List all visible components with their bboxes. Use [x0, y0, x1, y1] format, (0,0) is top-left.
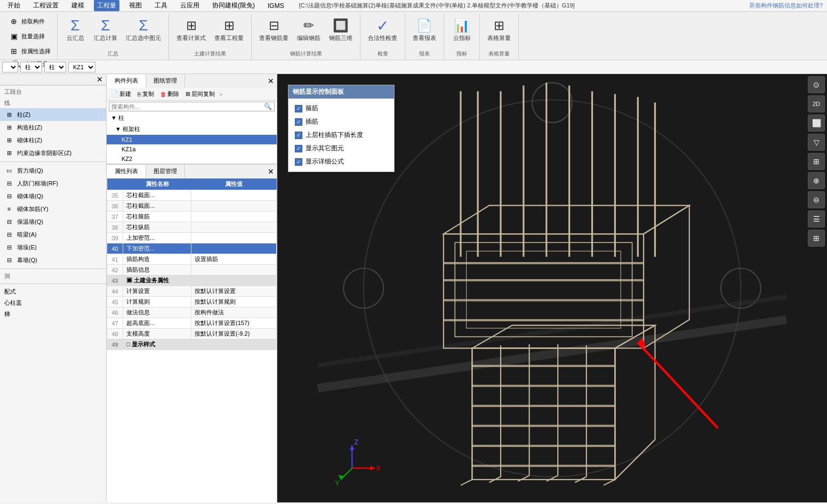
search-input[interactable] — [111, 103, 264, 110]
btn-cloud-summary[interactable]: Σ 云汇总 — [62, 15, 89, 44]
props-row-value[interactable] — [191, 212, 277, 222]
btn-summary-selected[interactable]: Σ 汇总选中图元 — [123, 15, 164, 44]
props-row-48[interactable]: 48支模高度按默认计算设置(-9.2) — [107, 329, 277, 339]
props-row-value[interactable] — [191, 201, 277, 212]
checkbox-show-formula[interactable]: ✓ — [295, 158, 302, 166]
sidebar-item-struct-column[interactable]: ⊞ 构造柱(Z) — [0, 121, 106, 134]
props-row-35[interactable]: 35芯柱截面... — [107, 190, 277, 201]
btn-view-circle[interactable]: ⊙ — [808, 76, 825, 93]
checkbox-insert[interactable]: ✓ — [295, 118, 302, 126]
checkbox-upper-insert[interactable]: ✓ — [295, 132, 302, 139]
btn-table-calc[interactable]: ⊞ 表格算量 — [484, 15, 514, 44]
props-row-43[interactable]: 43▣ 土建业务属性 — [107, 275, 277, 286]
menu-item-quantity[interactable]: 工程量 — [94, 0, 119, 11]
btn-copy-component[interactable]: ⎘ 复制 — [135, 90, 156, 99]
btn-view-down[interactable]: ▽ — [808, 134, 825, 151]
sidebar-item-masonry-wall[interactable]: ⊟ 砌体墙(Q) — [0, 190, 106, 202]
btn-new-component[interactable]: 📄 新建 — [109, 90, 133, 99]
toolbar-select-column[interactable]: 柱 — [20, 62, 42, 72]
props-row-44[interactable]: 44计算设置按默认计算设置 — [107, 286, 277, 297]
toolbar-select-1[interactable] — [2, 62, 18, 72]
props-row-36[interactable]: 36芯柱截面... — [107, 201, 277, 212]
sidebar-item-shear-wall[interactable]: ▭ 剪力墙(Q) — [0, 164, 106, 177]
toolbar-select-column2[interactable]: 柱 — [44, 62, 66, 72]
props-row-value[interactable] — [191, 339, 277, 350]
sidebar-item-civil-defense[interactable]: ⊟ 人防门框墙(RF) — [0, 177, 106, 190]
sidebar-item-column[interactable]: ⊞ 柱(Z) — [0, 108, 106, 121]
tree-item-kz1a[interactable]: KZ1a — [107, 144, 277, 154]
btn-edit-rebar[interactable]: ✏ 编辑钢筋 — [294, 15, 324, 44]
btn-view-rebar[interactable]: ⊟ 查看钢筋量 — [256, 15, 292, 44]
props-row-value[interactable]: 按构件做法 — [191, 307, 277, 318]
props-row-value[interactable] — [191, 275, 277, 286]
props-row-46[interactable]: 46做法信息按构件做法 — [107, 307, 277, 318]
btn-attr-select[interactable]: ⊞ 按属性选择 — [6, 45, 53, 58]
menu-item-collab[interactable]: 协同建模(限免) — [209, 0, 258, 11]
menu-item-igms[interactable]: IGMS — [264, 1, 287, 11]
props-row-38[interactable]: 38芯柱纵筋 — [107, 222, 277, 233]
menu-item-cloud[interactable]: 云应用 — [177, 0, 203, 11]
checkbox-stirrup[interactable]: ✓ — [295, 105, 302, 112]
props-row-value[interactable]: 设置插筋 — [191, 254, 277, 265]
tab-layer-mgmt[interactable]: 图层管理 — [146, 165, 185, 178]
help-link[interactable]: 异形构件钢筋信息如何处理? — [749, 2, 823, 10]
props-row-41[interactable]: 41插筋构造设置插筋 — [107, 254, 277, 265]
tree-item-kz1[interactable]: KZ1 — [107, 135, 277, 144]
sidebar-close-btn[interactable]: ✕ — [94, 75, 105, 84]
menu-item-tools[interactable]: 工具 — [151, 0, 171, 11]
props-row-value[interactable] — [191, 222, 277, 233]
btn-view-formula[interactable]: ⊞ 查看计算式 — [173, 15, 209, 44]
btn-view-2d[interactable]: 2D — [808, 95, 825, 112]
sidebar-item-curtain-wall[interactable]: ⊟ 幕墙(Q) — [0, 254, 106, 266]
btn-view-zoom-in[interactable]: ⊕ — [808, 172, 825, 189]
btn-batch-select[interactable]: ▣ 批量选择 — [6, 30, 53, 43]
btn-rebar-3d[interactable]: 🔲 钢筋三维 — [326, 15, 356, 44]
btn-floor-copy[interactable]: ⊞ 层间复制 — [183, 90, 217, 99]
props-row-value[interactable]: 按默认计算设置(-9.2) — [191, 329, 277, 339]
props-row-40[interactable]: 40下加密范... — [107, 243, 277, 254]
sidebar-item-stairs[interactable]: 梯 — [0, 308, 106, 320]
props-row-49[interactable]: 49□ 显示样式 — [107, 339, 277, 350]
props-row-value[interactable] — [191, 190, 277, 201]
btn-calc-summary[interactable]: Σ 汇总计算 — [91, 15, 121, 44]
props-row-39[interactable]: 39上加密范... — [107, 233, 277, 243]
checkbox-show-other[interactable]: ✓ — [295, 145, 302, 152]
toolbar-select-kz1[interactable]: KZ1 — [68, 62, 95, 72]
sidebar-item-config[interactable]: 配式 — [0, 286, 106, 297]
more-btn[interactable]: » — [219, 91, 223, 98]
tree-item-frame[interactable]: ▼ 框架柱 — [107, 124, 277, 135]
sidebar-item-thermal-wall[interactable]: ⊟ 保温墙(Q) — [0, 215, 106, 228]
btn-delete-component[interactable]: 🗑 删除 — [158, 90, 181, 99]
btn-cloud-indicator[interactable]: 📊 云指标 — [448, 15, 475, 44]
props-panel-close[interactable]: ✕ — [266, 167, 276, 176]
tree-item-kz2[interactable]: KZ2 — [107, 154, 277, 164]
btn-pick-component[interactable]: ⊕ 拾取构件 — [6, 15, 53, 28]
btn-view-report[interactable]: 📄 查看报表 — [410, 15, 439, 44]
props-row-47[interactable]: 47超高底面...按默认计算设置(157) — [107, 318, 277, 329]
btn-view-zoom-out[interactable]: ⊖ — [808, 191, 825, 208]
sidebar-item-masonry-column[interactable]: ⊞ 砌体柱(Z) — [0, 134, 106, 147]
menu-item-settings[interactable]: 工程设置 — [30, 0, 62, 11]
props-row-value[interactable]: 按默认计算设置 — [191, 286, 277, 297]
tab-drawing-mgmt[interactable]: 图纸管理 — [146, 75, 185, 87]
tab-props-list[interactable]: 属性列表 — [107, 165, 146, 178]
menu-item-view[interactable]: 视图 — [126, 0, 145, 11]
btn-validity-check[interactable]: ✓ 合法性检查 — [365, 15, 400, 44]
sidebar-item-constrained[interactable]: ⊞ 约束边缘非阴影区(Z) — [0, 147, 106, 159]
tab-component-list[interactable]: 构件列表 — [107, 75, 146, 88]
btn-view-grid[interactable]: ⊞ — [808, 153, 825, 170]
props-row-37[interactable]: 37芯柱箍筋 — [107, 212, 277, 222]
btn-view-quantity[interactable]: ⊞ 查看工程量 — [211, 15, 247, 44]
sidebar-item-wall-buttress[interactable]: ⊟ 墙垛(E) — [0, 241, 106, 254]
component-panel-close[interactable]: ✕ — [266, 77, 276, 85]
props-row-42[interactable]: 42插筋信息 — [107, 265, 277, 275]
props-row-value[interactable]: 按默认计算设置(157) — [191, 318, 277, 329]
props-row-value[interactable]: 按默认计算规则 — [191, 297, 277, 307]
btn-view-extra[interactable]: ⊞ — [808, 230, 825, 247]
btn-view-settings[interactable]: ☰ — [808, 210, 825, 227]
props-row-value[interactable] — [191, 243, 277, 254]
props-row-value[interactable] — [191, 233, 277, 243]
btn-view-box[interactable]: ⬜ — [808, 115, 825, 132]
menu-item-build[interactable]: 建模 — [68, 0, 87, 11]
props-row-45[interactable]: 45计算规则按默认计算规则 — [107, 297, 277, 307]
